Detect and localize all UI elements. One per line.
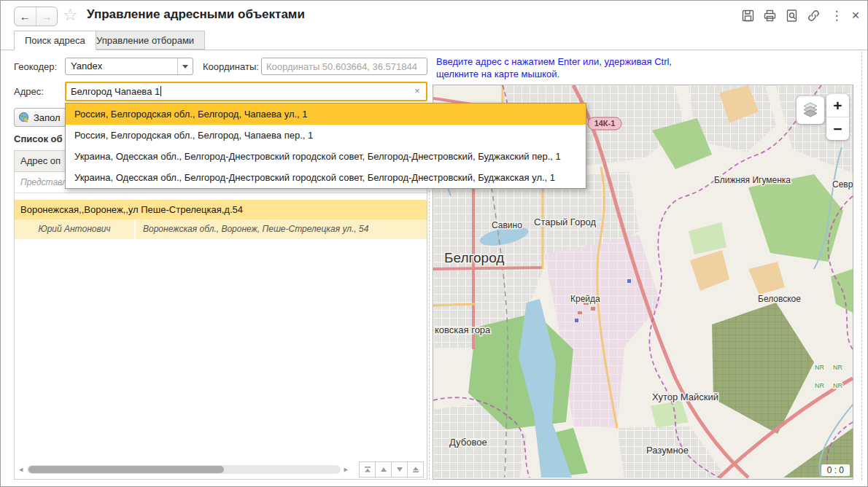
tab-address-search[interactable]: Поиск адреса [14,31,96,50]
zoom-control: + − [826,94,849,140]
move-top-icon [363,465,372,474]
move-up-button[interactable] [375,461,392,478]
map-label-nr: NR [815,382,824,389]
clear-address-button[interactable]: × [411,85,424,98]
map-label-kreida: Крейда [570,294,600,304]
map-label-nr: NR [815,364,824,371]
print-button[interactable] [761,7,778,24]
object-list: Адрес оп Представл Воронежская,,Воронеж,… [14,150,427,480]
tab-strip: Поиск адреса Управление отборами [1,31,867,50]
map-label-stary-gorod: Старый Город [534,217,596,227]
print-preview-icon [784,8,799,23]
geocoder-value: Yandex [71,61,102,71]
zoom-in-button[interactable]: + [826,94,849,117]
map-marker [575,319,578,322]
suggestion-item[interactable]: Украина, Одесская обл., Белгород-Днестро… [66,146,586,167]
scrollbar-track[interactable] [27,465,341,474]
move-down-icon [395,465,404,474]
coordinates-input[interactable] [261,58,427,75]
panel-splitter[interactable] [429,150,430,480]
map-label-belgorod: Белгород [444,250,504,265]
map-label-sevryukovo: Севрю [832,179,853,190]
layers-icon [801,101,820,120]
print-preview-button[interactable] [783,7,800,24]
address-value: Белгород Чапаева 1 [71,86,160,97]
move-bottom-icon [411,465,420,474]
map-label-khutor-maisky: Хутор Майский [652,391,718,402]
move-top-button[interactable] [359,461,376,478]
map-label-nr: NR [833,364,842,371]
copy-link-button[interactable] [805,7,822,24]
scroll-left-button[interactable]: ◄ [18,466,25,473]
geocoder-select[interactable]: Yandex [65,58,193,75]
geocoder-dropdown-button[interactable] [177,58,193,74]
map-label-razumnoe: Разумное [646,445,689,456]
detail-address: Воронежская обл., Воронеж, Пеше-Стрелецк… [136,219,427,239]
print-icon [762,8,778,23]
hint-line-2: щелкните на карте мышкой. [436,68,852,80]
geocoder-label: Геокодер: [14,61,57,72]
close-button[interactable]: × [847,7,864,24]
map-label-belovskoe: Беловское [758,294,801,304]
detail-row[interactable]: Юрий Антонович Воронежская обл., Воронеж… [15,219,427,239]
chevron-down-icon [182,65,188,69]
map-label-blizhnyaya-igumenka: Ближняя Игуменка [714,175,791,185]
page-title: Управление адресными объектами [87,7,305,22]
tab-filter-management[interactable]: Управление отборами [85,31,205,50]
coordinates-label: Координаты: [203,61,259,72]
address-input[interactable]: Белгород Чапаева 1 × [65,82,427,101]
reorder-buttons [360,461,424,478]
globe-icon [18,112,30,123]
zoom-out-button[interactable]: − [826,117,849,140]
coords-indicator: 0 : 0 [821,464,850,476]
map-marker [627,279,631,283]
map-label-dubovoe: Дубовое [449,437,487,448]
save-button[interactable] [739,7,756,24]
save-icon [740,8,756,23]
right-splitter[interactable] [861,52,862,480]
hint-text: Введите адрес с нажатием Enter или, удер… [436,55,852,80]
forward-button[interactable]: → [36,7,58,26]
map-label-savino: Савино [492,220,522,230]
horizontal-scrollbar: ◄ ► [18,462,424,477]
object-list-title: Список об [14,133,63,144]
fill-button[interactable]: Запол [14,108,66,127]
address-suggestions-dropdown: Россия, Белгородская обл., Белгород, Чап… [65,103,586,189]
scrollbar-thumb[interactable] [28,466,224,473]
suggestion-item[interactable]: Россия, Белгородская обл., Белгород, Чап… [66,125,586,146]
map-label-nr: NR [833,382,842,389]
favorite-star-icon[interactable]: ☆ [63,5,78,25]
map-label-kharkovskaya-gora: ковская гора [435,324,491,335]
scroll-right-button[interactable]: ► [343,466,350,473]
road-badge: 14К-1 [588,117,621,130]
hint-line-1: Введите адрес с нажатием Enter или, удер… [436,55,852,68]
more-button[interactable]: ⋮ [828,7,845,24]
move-up-icon [379,465,388,474]
link-icon [806,8,821,23]
group-row[interactable]: Воронежская,,Воронеж,,ул Пеше-Стрелецкая… [15,200,427,219]
move-bottom-button[interactable] [407,461,424,478]
app-window: ← → ☆ Управление адресными объектами ⋮ ×… [0,0,868,487]
text-caret [160,86,161,96]
suggestion-item[interactable]: Россия, Белгородская обл., Белгород, Чап… [66,104,586,125]
address-label: Адрес: [14,86,44,97]
suggestion-item[interactable]: Украина, Одесская обл., Белгород-Днестро… [66,167,586,188]
back-button[interactable]: ← [15,7,36,26]
history-nav: ← → [14,7,58,26]
move-down-button[interactable] [391,461,408,478]
layers-button[interactable] [797,96,824,124]
detail-person: Юрий Антонович [15,219,136,239]
svg-text:14К-1: 14К-1 [594,119,616,128]
fill-button-label: Запол [34,112,61,123]
